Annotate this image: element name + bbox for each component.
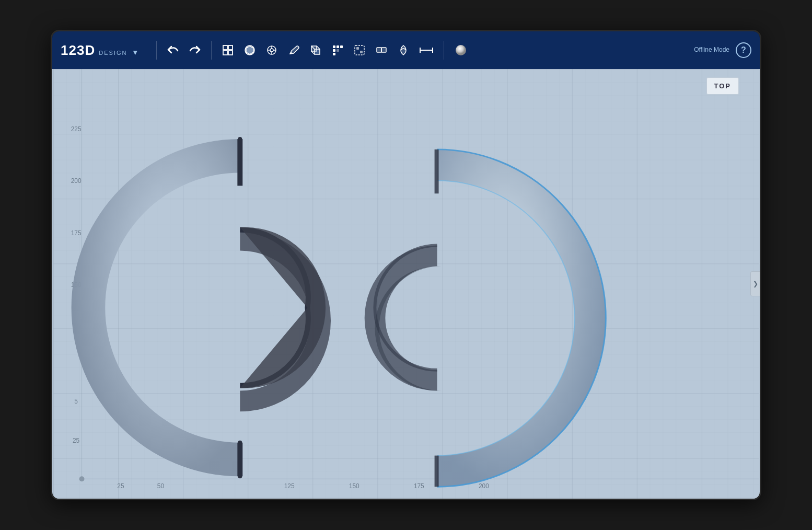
- svg-text:125: 125: [284, 482, 295, 490]
- svg-text:200: 200: [71, 177, 82, 185]
- offline-mode-label: Offline Mode: [694, 46, 729, 54]
- svg-text:25: 25: [73, 437, 80, 444]
- svg-line-12: [311, 51, 315, 54]
- svg-rect-22: [377, 48, 381, 52]
- top-view-button[interactable]: TOP: [706, 77, 739, 95]
- toolbar: 123D DESIGN ▾: [52, 31, 760, 69]
- svg-rect-18: [333, 53, 335, 55]
- 3d-shapes-button[interactable]: [306, 41, 326, 59]
- ungroup-button[interactable]: [372, 41, 391, 59]
- primitives-button[interactable]: [240, 41, 260, 59]
- svg-rect-49: [237, 443, 242, 477]
- svg-rect-50: [435, 149, 439, 193]
- svg-rect-3: [228, 51, 233, 55]
- logo-area: 123D DESIGN ▾: [61, 42, 137, 59]
- undo-redo-group: [163, 42, 205, 58]
- svg-rect-14: [337, 45, 339, 48]
- svg-line-11: [317, 46, 320, 49]
- svg-point-47: [79, 476, 85, 481]
- svg-text:150: 150: [349, 482, 359, 490]
- svg-rect-48: [237, 139, 242, 186]
- redo-button[interactable]: [185, 42, 205, 58]
- svg-rect-2: [223, 51, 227, 55]
- svg-rect-20: [356, 47, 359, 50]
- material-button[interactable]: [450, 41, 471, 60]
- svg-rect-19: [355, 45, 364, 55]
- help-button[interactable]: ?: [736, 42, 751, 58]
- svg-text:175: 175: [414, 482, 424, 490]
- svg-text:225: 225: [71, 125, 82, 133]
- logo-title: 123D DESIGN ▾: [61, 42, 137, 59]
- svg-text:50: 50: [157, 482, 165, 490]
- divider-2: [211, 41, 212, 60]
- viewport[interactable]: 225 200 175 150 5 25 25 50 125 150 175 2…: [52, 69, 760, 499]
- svg-rect-1: [228, 45, 233, 50]
- svg-text:25: 25: [117, 482, 124, 490]
- svg-rect-0: [223, 45, 227, 50]
- sketch-button[interactable]: [262, 41, 282, 59]
- svg-rect-13: [333, 45, 335, 48]
- app-frame: 123D DESIGN ▾: [51, 30, 761, 500]
- svg-rect-9: [315, 49, 320, 54]
- modify-button[interactable]: [284, 41, 304, 59]
- grid-toggle-button[interactable]: [218, 41, 238, 59]
- svg-text:175: 175: [71, 229, 82, 237]
- right-panel-toggle[interactable]: ❯: [750, 271, 760, 296]
- divider-3: [444, 41, 444, 60]
- pattern-button[interactable]: [328, 41, 347, 59]
- svg-rect-17: [337, 49, 339, 52]
- svg-rect-15: [340, 45, 343, 48]
- snap-button[interactable]: [393, 41, 413, 59]
- svg-rect-23: [381, 48, 386, 52]
- tools-group: [218, 41, 437, 59]
- svg-text:200: 200: [479, 482, 489, 490]
- measure-button[interactable]: [415, 42, 437, 58]
- viewport-canvas: 225 200 175 150 5 25 25 50 125 150 175 2…: [52, 69, 760, 499]
- divider-1: [156, 41, 157, 60]
- toolbar-right: Offline Mode ?: [694, 42, 751, 58]
- svg-text:5: 5: [74, 398, 78, 405]
- svg-point-27: [456, 45, 466, 55]
- svg-rect-21: [360, 51, 363, 53]
- svg-rect-16: [333, 49, 335, 52]
- svg-rect-51: [435, 456, 439, 487]
- undo-button[interactable]: [163, 42, 183, 58]
- group-button[interactable]: [350, 41, 369, 59]
- svg-point-6: [270, 49, 273, 52]
